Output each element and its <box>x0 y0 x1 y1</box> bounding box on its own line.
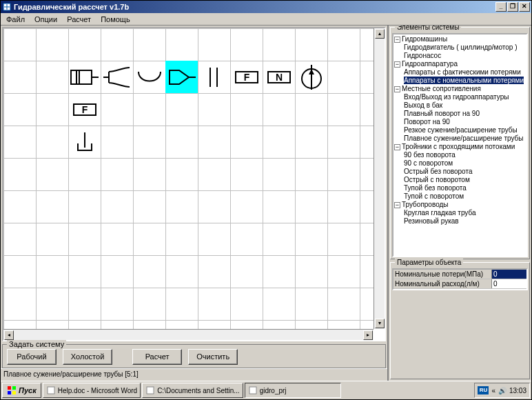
tree-node[interactable]: Гидромашины <box>402 35 447 43</box>
scroll-left-icon[interactable]: ◂ <box>4 330 14 340</box>
tree-leaf[interactable]: Резкое сужение/расширение трубы <box>404 126 518 134</box>
menu-help[interactable]: Помощь <box>96 14 134 24</box>
clock: 13:03 <box>509 387 526 394</box>
param-value[interactable]: 0 <box>492 279 526 288</box>
elements-panel: Элементы системы −ГидромашиныГидродвигат… <box>390 27 530 259</box>
tree-expand-icon[interactable]: − <box>394 202 400 208</box>
symbol-smooth-turn-selected[interactable] <box>165 61 198 93</box>
minimize-button[interactable]: _ <box>495 2 507 12</box>
tree-leaf[interactable]: Гидронасос <box>404 52 441 59</box>
symbol-f-box-2[interactable]: F <box>68 93 101 126</box>
titlebar: Гидравлический рассчет v1.7b _ ❐ ✕ <box>1 1 531 13</box>
system-tray[interactable]: RU « 🔊 13:03 <box>474 383 530 398</box>
tree-leaf[interactable]: Круглая гладкая труба <box>404 209 476 217</box>
params-legend: Параметры объекта <box>395 259 463 266</box>
symbol-tank-outlet[interactable] <box>68 126 101 158</box>
taskbar-item[interactable]: gidro_prj <box>245 383 341 398</box>
symbol-pump[interactable] <box>295 61 327 93</box>
symbol-cylinder[interactable] <box>68 61 101 93</box>
maximize-button[interactable]: ❐ <box>507 2 518 12</box>
windows-icon <box>7 386 17 395</box>
tray-volume-icon[interactable]: 🔊 <box>498 387 507 394</box>
symbol-inlet[interactable] <box>101 61 133 93</box>
svg-rect-19 <box>12 386 16 390</box>
tree-expand-icon[interactable]: − <box>394 86 400 92</box>
set-system-panel: Задать систему Рабочий Холостой Расчет О… <box>2 344 386 368</box>
tree-leaf[interactable]: Аппараты с фактическими потерями <box>404 68 521 76</box>
tree-leaf[interactable]: Плавное сужение/расширение трубы <box>404 134 524 142</box>
elements-tree[interactable]: −ГидромашиныГидродвигатель ( циллиндр/мо… <box>392 33 528 257</box>
menu-options[interactable]: Опции <box>30 14 61 24</box>
scroll-up-icon[interactable]: ▴ <box>375 29 385 39</box>
tree-leaf[interactable]: 90 с поворотом <box>404 159 453 167</box>
vertical-scrollbar[interactable]: ▴ ▾ <box>374 28 385 329</box>
svg-rect-20 <box>8 391 11 394</box>
tree-leaf[interactable]: Выход в бак <box>404 101 442 109</box>
language-indicator[interactable]: RU <box>478 386 489 394</box>
tree-leaf[interactable]: Плавный поворот на 90 <box>404 110 480 117</box>
tray-icon[interactable]: « <box>491 387 495 394</box>
svg-rect-18 <box>8 386 11 390</box>
menubar: Файл Опции Расчет Помощь <box>1 13 531 26</box>
tree-leaf[interactable]: Острый с поворотом <box>404 176 470 183</box>
svg-text:N: N <box>275 72 282 83</box>
param-value[interactable]: 0 <box>492 270 526 279</box>
svg-rect-22 <box>48 387 54 394</box>
idle-button[interactable]: Холостой <box>63 349 112 365</box>
tree-leaf[interactable]: 90 без поворота <box>404 151 456 159</box>
app-icon <box>46 386 56 395</box>
start-label: Пуск <box>19 386 37 394</box>
symbol-f-box[interactable]: F <box>230 61 263 93</box>
tree-node[interactable]: Местные сопротивления <box>402 85 481 92</box>
svg-text:F: F <box>81 104 88 115</box>
scroll-down-icon[interactable]: ▾ <box>375 319 385 328</box>
taskbar-item[interactable]: Help.doc - Microsoft Word <box>43 383 141 398</box>
status-bar: Плавное сужение/расширение трубы [5:1] <box>1 368 387 381</box>
params-panel: Параметры объекта Номинальные потери(МПа… <box>390 262 530 379</box>
taskbar: Пуск Help.doc - Microsoft WordC:\Documen… <box>1 381 531 399</box>
svg-text:F: F <box>243 72 249 83</box>
params-table[interactable]: Номинальные потери(МПа)0Номинальный расх… <box>392 268 528 290</box>
menu-calc[interactable]: Расчет <box>63 14 95 24</box>
symbol-n-box[interactable]: N <box>263 61 295 93</box>
svg-rect-1 <box>71 70 92 84</box>
window-title: Гидравлический рассчет v1.7b <box>14 3 495 11</box>
svg-rect-24 <box>249 387 256 394</box>
tree-leaf[interactable]: Аппараты с номенальными потерями <box>404 77 524 84</box>
tree-leaf[interactable]: Резиновый рукав <box>404 217 459 225</box>
tree-expand-icon[interactable]: − <box>394 144 400 150</box>
canvas[interactable]: F N F ▴ ▾ <box>2 27 386 341</box>
app-icon <box>2 2 12 12</box>
tree-node[interactable]: Тройники с проходящими потоками <box>402 143 515 150</box>
symbol-parallel[interactable] <box>198 61 230 93</box>
app-icon <box>145 386 155 395</box>
menu-file[interactable]: Файл <box>2 14 29 24</box>
clear-button[interactable]: Очистить <box>188 349 238 365</box>
tree-node[interactable]: Гидроаппаратура <box>402 60 458 68</box>
elements-legend: Элементы системы <box>395 26 461 31</box>
calculate-button[interactable]: Расчет <box>132 349 182 365</box>
tree-leaf[interactable]: Вход/Выход из гидроаппаратуры <box>404 93 509 101</box>
tree-node[interactable]: Трубопроводы <box>402 201 449 208</box>
taskbar-item[interactable]: C:\Documents and Settin... <box>142 383 243 398</box>
scroll-right-icon[interactable]: ▸ <box>363 330 373 340</box>
app-icon <box>248 386 258 395</box>
tree-leaf[interactable]: Острый без поворота <box>404 168 472 175</box>
tree-expand-icon[interactable]: − <box>394 61 400 68</box>
param-name: Номинальный расход(л/м) <box>393 279 492 288</box>
tree-expand-icon[interactable]: − <box>394 37 400 43</box>
start-button[interactable]: Пуск <box>2 383 41 398</box>
svg-rect-21 <box>12 391 16 394</box>
tree-leaf[interactable]: Тупой без поворота <box>404 184 467 192</box>
tree-leaf[interactable]: Поворот на 90 <box>404 118 450 126</box>
symbol-tank[interactable] <box>133 61 165 93</box>
operating-button[interactable]: Рабочий <box>7 349 57 365</box>
tree-leaf[interactable]: Тупой с поворотом <box>404 192 464 200</box>
set-system-legend: Задать систему <box>7 340 66 348</box>
svg-rect-23 <box>147 387 154 394</box>
param-name: Номинальные потери(МПа) <box>393 270 492 279</box>
horizontal-scrollbar[interactable]: ◂ ▸ <box>3 329 374 340</box>
tree-leaf[interactable]: Гидродвигатель ( циллиндр/мотор ) <box>404 43 518 51</box>
close-button[interactable]: ✕ <box>519 2 530 12</box>
